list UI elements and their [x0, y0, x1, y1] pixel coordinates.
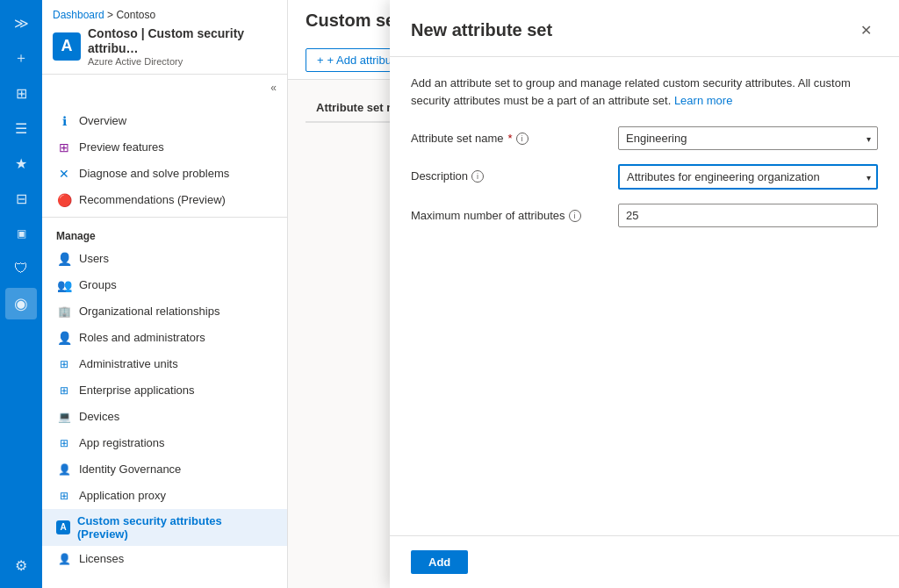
sidebar-item-diagnose[interactable]: ✕ Diagnose and solve problems — [42, 161, 287, 187]
enterprise-apps-icon: ⊞ — [56, 383, 72, 398]
attr-name-label: Attribute set name * i — [411, 126, 604, 145]
manage-section-label: Manage — [42, 221, 287, 246]
sidebar-label-recommendations: Recommendations (Preview) — [79, 193, 226, 206]
roles-icon: 👤 — [56, 330, 72, 346]
main-content: Custom security attribu… + + Add attribu… — [288, 0, 899, 588]
sidebar-item-groups[interactable]: 👥 Groups — [42, 272, 287, 298]
learn-more-link[interactable]: Learn more — [674, 94, 732, 107]
sidebar-label-diagnose: Diagnose and solve problems — [79, 167, 229, 180]
breadcrumb: Dashboard > Contoso — [53, 9, 277, 21]
devices-icon: 💻 — [56, 409, 72, 425]
sidebar-label-app-proxy: Application proxy — [79, 489, 166, 502]
sidebar-label-groups: Groups — [79, 278, 117, 291]
add-icon: + — [317, 54, 324, 67]
sidebar-label-overview: Overview — [79, 114, 126, 127]
service-title-row: A Contoso | Custom security attribu… Azu… — [53, 26, 277, 67]
max-attrs-label: Maximum number of attributes i — [411, 204, 604, 222]
panel-title: New attribute set — [411, 20, 552, 40]
attr-name-select[interactable]: Engineering — [618, 126, 878, 150]
diagnose-icon: ✕ — [56, 166, 72, 182]
collapse-button-row: « — [42, 75, 287, 101]
sidebar-label-devices: Devices — [79, 410, 119, 423]
sidebar-label-roles: Roles and administrators — [79, 331, 205, 344]
required-star: * — [508, 132, 513, 145]
identity-gov-icon: 👤 — [56, 462, 72, 477]
preview-icon: ⊞ — [56, 140, 72, 155]
service-title: Contoso | Custom security attribu… — [88, 26, 277, 56]
form-row-description: Description i Attributes for engineering… — [411, 164, 878, 190]
form-row-attr-name: Attribute set name * i Engineering ▾ — [411, 126, 878, 150]
db-icon[interactable]: ▣ — [5, 218, 37, 249]
max-attrs-input[interactable] — [618, 204, 878, 227]
nav-divider-1 — [42, 217, 287, 218]
sidebar-item-admin-units[interactable]: ⊞ Administrative units — [42, 351, 287, 377]
sidebar-item-recommendations[interactable]: 🔴 Recommendations (Preview) — [42, 187, 287, 213]
create-icon[interactable]: ＋ — [5, 42, 37, 74]
breadcrumb-current: Contoso — [116, 9, 155, 21]
sidebar-label-org-rel: Organizational relationships — [79, 305, 219, 318]
panel-description: Add an attribute set to group and manage… — [411, 75, 878, 109]
active-nav-icon[interactable]: ◉ — [5, 288, 37, 319]
attr-name-control: Engineering ▾ — [618, 126, 878, 150]
panel-overlay: New attribute set ✕ Add an attribute set… — [390, 0, 899, 588]
app-proxy-icon: ⊞ — [56, 488, 72, 504]
sidebar-label-enterprise-apps: Enterprise applications — [79, 384, 195, 397]
sidebar-item-org-rel[interactable]: 🏢 Organizational relationships — [42, 298, 287, 325]
sidebar-item-overview[interactable]: ℹ Overview — [42, 108, 287, 134]
sidebar-item-preview[interactable]: ⊞ Preview features — [42, 134, 287, 161]
recommendations-icon: 🔴 — [56, 192, 72, 208]
collapse-icon[interactable]: « — [267, 78, 280, 97]
sidebar-item-users[interactable]: 👤 Users — [42, 246, 287, 272]
users-icon: 👤 — [56, 251, 72, 267]
panel-footer: Add — [390, 535, 899, 588]
breadcrumb-separator: > — [107, 9, 113, 21]
panel-body: Add an attribute set to group and manage… — [390, 57, 899, 535]
groups-icon: 👥 — [56, 277, 72, 293]
description-label: Description i — [411, 164, 604, 183]
sidebar-label-users: Users — [79, 252, 109, 265]
admin-units-icon: ⊞ — [56, 356, 72, 372]
resources-icon[interactable]: ⊟ — [5, 183, 37, 214]
custom-security-icon: A — [56, 520, 70, 534]
sidebar-header: Dashboard > Contoso A Contoso | Custom s… — [42, 0, 287, 75]
icon-bar: ≫ ＋ ⊞ ☰ ★ ⊟ ▣ 🛡 ◉ ⚙ — [0, 0, 42, 588]
service-info: Contoso | Custom security attribu… Azure… — [88, 26, 277, 67]
description-select[interactable]: Attributes for engineering organization — [618, 164, 878, 190]
sidebar-label-admin-units: Administrative units — [79, 357, 178, 370]
sidebar-label-licenses: Licenses — [79, 552, 124, 565]
org-rel-icon: 🏢 — [56, 304, 72, 319]
sidebar-item-devices[interactable]: 💻 Devices — [42, 404, 287, 430]
service-subtitle: Azure Active Directory — [88, 56, 277, 67]
expand-icon[interactable]: ≫ — [5, 7, 37, 39]
attr-name-info-icon[interactable]: i — [516, 133, 529, 145]
add-button[interactable]: Add — [411, 550, 468, 574]
sidebar-item-roles[interactable]: 👤 Roles and administrators — [42, 325, 287, 351]
sidebar-item-custom-security[interactable]: A Custom security attributes (Preview) — [42, 509, 287, 546]
sidebar-item-app-proxy[interactable]: ⊞ Application proxy — [42, 483, 287, 509]
favorites-icon[interactable]: ★ — [5, 147, 37, 179]
panel-close-button[interactable]: ✕ — [853, 18, 878, 42]
menu-icon[interactable]: ☰ — [5, 112, 37, 144]
sidebar-label-app-reg: App registrations — [79, 436, 165, 449]
form-row-max-attrs: Maximum number of attributes i — [411, 204, 878, 227]
app-reg-icon: ⊞ — [56, 435, 72, 451]
description-control: Attributes for engineering organization … — [618, 164, 878, 190]
max-attrs-info-icon[interactable]: i — [569, 210, 581, 222]
service-icon: A — [53, 32, 81, 61]
sidebar: Dashboard > Contoso A Contoso | Custom s… — [42, 0, 288, 588]
description-info-icon[interactable]: i — [471, 170, 484, 183]
sidebar-item-app-reg[interactable]: ⊞ App registrations — [42, 430, 287, 456]
sidebar-item-licenses[interactable]: 👤 Licenses — [42, 546, 287, 572]
licenses-icon: 👤 — [56, 551, 72, 567]
sidebar-item-identity-gov[interactable]: 👤 Identity Governance — [42, 456, 287, 483]
settings-icon[interactable]: ⚙ — [5, 549, 37, 581]
sidebar-item-enterprise-apps[interactable]: ⊞ Enterprise applications — [42, 377, 287, 404]
shield-nav-icon[interactable]: 🛡 — [5, 253, 37, 284]
breadcrumb-dashboard[interactable]: Dashboard — [53, 9, 104, 21]
sidebar-label-identity-gov: Identity Governance — [79, 463, 181, 476]
sidebar-label-preview: Preview features — [79, 140, 164, 154]
dashboard-nav-icon[interactable]: ⊞ — [5, 77, 37, 109]
attr-name-select-wrapper: Engineering ▾ — [618, 126, 878, 150]
sidebar-nav-inner: ℹ Overview ⊞ Preview features ✕ Diagnose… — [42, 108, 287, 572]
max-attrs-control — [618, 204, 878, 227]
